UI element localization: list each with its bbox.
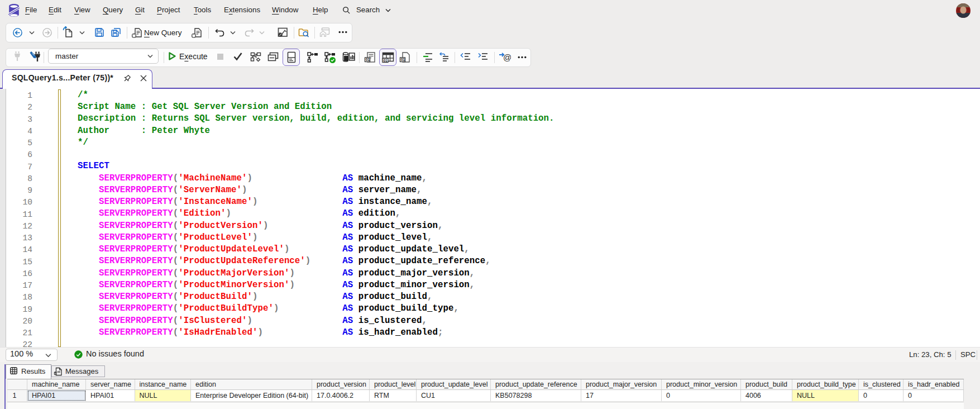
svg-text:01: 01: [401, 58, 405, 61]
svg-text:@: @: [503, 53, 511, 62]
svg-text:01: 01: [366, 58, 370, 61]
svg-text:01: 01: [384, 59, 388, 63]
